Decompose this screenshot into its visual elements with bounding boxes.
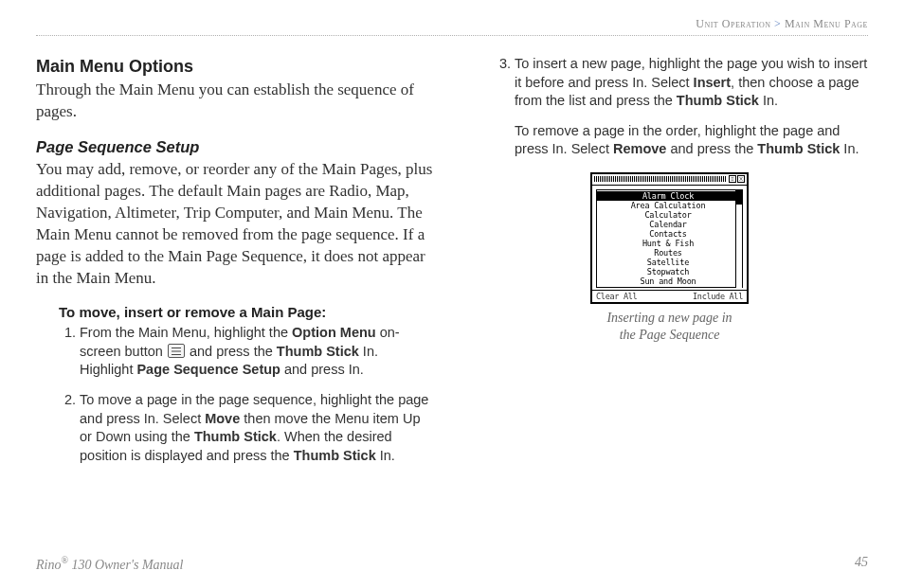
sub-paragraph: You may add, remove, or reorder any of t… [36,159,433,290]
list-item: Stopwatch [597,267,742,276]
include-all-button: Include All [691,292,745,302]
list-item: Satellite [597,258,742,267]
screenshot-titlebar: ≡ X [592,174,747,186]
scrollbar-thumb [736,189,742,205]
manual-page: Unit Operation > Main Menu Page Main Men… [0,0,904,588]
list-item: Calendar [597,220,742,229]
left-column: Main Menu Options Through the Main Menu … [36,55,433,476]
step-3-follow: To remove a page in the order, highlight… [515,122,868,159]
task-heading: To move, insert or remove a Main Page: [59,303,433,322]
list-item: Contacts [597,229,742,239]
breadcrumb-section: Unit Operation [696,17,770,30]
list-item: Routes [597,248,742,258]
titlebar-menu-icon: ≡ [729,175,736,183]
steps-list-cont: To insert a new page, highlight the page… [494,55,868,111]
screenshot-footer: Clear All Include All [592,290,747,302]
figure: ≡ X Alarm Clock Area Calculation Calcula… [582,172,757,343]
intro-paragraph: Through the Main Menu you can establish … [36,80,433,123]
list-item: Sun and Moon [597,276,742,286]
scrollbar-track [735,189,743,288]
list-item: Hunt & Fish [597,239,742,248]
titlebar-close-icon: X [737,175,745,183]
heading-main: Main Menu Options [36,55,433,78]
page-footer: Rino® 130 Owner's Manual 45 [36,555,868,573]
screenshot-body: Alarm Clock Area Calculation Calculator … [592,186,747,290]
titlebar-icons: ≡ X [729,175,745,183]
right-column: To insert a new page, highlight the page… [471,55,868,476]
list-item: Calculator [597,210,742,220]
list-item: Area Calculation [597,201,742,210]
clear-all-button: Clear All [594,292,639,302]
breadcrumb-separator: > [771,17,785,30]
breadcrumb-subsection: Main Menu Page [785,17,868,30]
step-2: To move a page in the page sequence, hig… [80,391,433,465]
screenshot-listbox: Alarm Clock Area Calculation Calculator … [596,189,743,288]
page-number: 45 [855,555,868,570]
step-1: From the Main Menu, highlight the Option… [80,324,433,380]
list-item: Alarm Clock [597,191,742,201]
heading-sub: Page Sequence Setup [36,136,433,157]
product-name: Rino® 130 Owner's Manual [36,558,184,572]
figure-caption: Inserting a new page in the Page Sequenc… [582,310,757,343]
breadcrumb: Unit Operation > Main Menu Page [36,17,868,36]
option-menu-icon [168,344,185,358]
steps-list: From the Main Menu, highlight the Option… [59,324,433,465]
step-3: To insert a new page, highlight the page… [515,55,868,111]
device-screenshot: ≡ X Alarm Clock Area Calculation Calcula… [590,172,749,304]
content-columns: Main Menu Options Through the Main Menu … [36,55,868,476]
titlebar-texture [594,176,727,182]
